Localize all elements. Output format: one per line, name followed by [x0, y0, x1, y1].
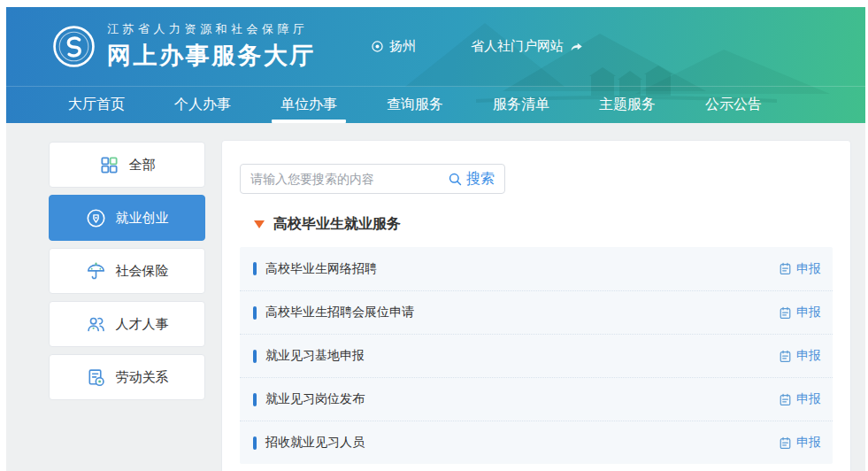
service-title: 高校毕业生网络招聘: [265, 261, 779, 277]
search-button[interactable]: 搜索: [448, 170, 495, 189]
service-row: 就业见习岗位发布 申报: [240, 377, 833, 421]
clipboard-icon: [779, 262, 792, 275]
hrss-logo-icon: [52, 25, 96, 68]
sidebar-item-labor-relations[interactable]: 劳动关系: [49, 354, 205, 400]
search-button-label: 搜索: [466, 170, 495, 189]
sidebar-item-label: 就业创业: [116, 210, 169, 227]
clipboard-icon: [779, 306, 792, 320]
nav-item-personal[interactable]: 个人办事: [171, 87, 234, 123]
nav-label: 公示公告: [705, 96, 762, 114]
page-frame: 江苏省人力资源和社会保障厅 网上办事服务大厅 扬州 省人社门户网站 大厅首页 个…: [6, 7, 865, 471]
site-header: 江苏省人力资源和社会保障厅 网上办事服务大厅 扬州 省人社门户网站 大厅首页 个…: [6, 7, 865, 123]
page-body: 全部 就业创业 社会保险: [6, 123, 865, 471]
nav-item-home[interactable]: 大厅首页: [65, 87, 128, 123]
sidebar-item-employment[interactable]: 就业创业: [49, 195, 205, 241]
apply-button-label: 申报: [796, 348, 821, 364]
nav-label: 查询服务: [387, 96, 443, 114]
row-marker: [253, 393, 257, 406]
people-icon: [86, 314, 106, 335]
document-gear-icon: [86, 367, 106, 388]
apply-button[interactable]: 申报: [779, 435, 821, 451]
sidebar-item-social-insurance[interactable]: 社会保险: [49, 248, 205, 294]
nav-item-topics[interactable]: 主题服务: [595, 87, 659, 123]
section-title: 高校毕业生就业服务: [273, 215, 401, 234]
grid-icon: [99, 155, 119, 175]
sidebar-item-label: 人才人事: [116, 316, 169, 333]
sidebar-item-label: 劳动关系: [116, 369, 169, 386]
nav-item-service-list[interactable]: 服务清单: [489, 87, 553, 123]
service-title: 高校毕业生招聘会展位申请: [265, 305, 779, 320]
service-title: 招收就业见习人员: [265, 435, 779, 451]
nav-label: 个人办事: [174, 96, 231, 114]
apply-button[interactable]: 申报: [779, 348, 821, 364]
service-row: 就业见习基地申报 申报: [240, 334, 833, 377]
clipboard-icon: [779, 350, 792, 363]
service-row: 高校毕业生网络招聘 申报: [240, 247, 833, 290]
row-marker: [253, 436, 257, 450]
site-title: 网上办事服务大厅: [107, 40, 316, 72]
sidebar-item-label: 社会保险: [116, 263, 169, 280]
service-title: 就业见习岗位发布: [265, 391, 779, 407]
external-share-icon: [569, 40, 584, 53]
service-title: 就业见习基地申报: [265, 348, 779, 364]
sidebar-item-label: 全部: [129, 157, 156, 174]
apply-button-label: 申报: [796, 261, 821, 277]
service-list: 高校毕业生网络招聘 申报 高校毕业生招聘会展位申请: [240, 247, 833, 464]
row-marker: [253, 350, 257, 363]
main-nav: 大厅首页 个人办事 单位办事 查询服务 服务清单 主题服务 公示公告: [6, 86, 865, 123]
search-icon: [448, 172, 463, 187]
category-sidebar: 全部 就业创业 社会保险: [49, 142, 205, 407]
brand-block: 江苏省人力资源和社会保障厅 网上办事服务大厅: [107, 21, 316, 72]
nav-item-announcements[interactable]: 公示公告: [702, 87, 765, 123]
service-row: 高校毕业生招聘会展位申请 申报: [240, 290, 833, 334]
search-input[interactable]: [250, 172, 448, 186]
apply-button-label: 申报: [796, 435, 821, 451]
umbrella-icon: [86, 261, 106, 282]
clipboard-icon: [779, 393, 792, 406]
sidebar-item-all[interactable]: 全部: [49, 142, 205, 188]
row-marker: [253, 262, 257, 275]
agency-name: 江苏省人力资源和社会保障厅: [107, 21, 316, 37]
section-header[interactable]: 高校毕业生就业服务: [240, 215, 833, 234]
apply-button-label: 申报: [796, 391, 821, 407]
nav-label: 单位办事: [280, 96, 337, 114]
row-marker: [253, 306, 257, 320]
nav-label: 主题服务: [599, 96, 656, 114]
collapse-triangle-icon: [254, 220, 265, 228]
clipboard-icon: [779, 436, 792, 450]
employment-icon: [86, 208, 106, 228]
nav-label: 服务清单: [493, 96, 549, 114]
service-row: 招收就业见习人员 申报: [240, 421, 833, 464]
sidebar-item-talent-personnel[interactable]: 人才人事: [49, 301, 205, 347]
city-selector[interactable]: 扬州: [371, 38, 416, 55]
search-box: 搜索: [240, 164, 505, 194]
city-label: 扬州: [389, 38, 416, 55]
nav-item-query[interactable]: 查询服务: [383, 87, 447, 123]
services-content-card: 搜索 高校毕业生就业服务 高校毕业生网络招聘: [221, 140, 851, 471]
nav-item-unit[interactable]: 单位办事: [277, 87, 341, 123]
location-icon: [371, 40, 384, 53]
apply-button-label: 申报: [796, 305, 821, 320]
apply-button[interactable]: 申报: [779, 305, 821, 320]
apply-button[interactable]: 申报: [779, 391, 821, 407]
apply-button[interactable]: 申报: [779, 261, 821, 277]
nav-label: 大厅首页: [68, 96, 125, 114]
portal-link[interactable]: 省人社门户网站: [471, 38, 584, 55]
portal-link-label: 省人社门户网站: [471, 38, 564, 55]
header-top: 江苏省人力资源和社会保障厅 网上办事服务大厅 扬州 省人社门户网站: [6, 7, 865, 86]
